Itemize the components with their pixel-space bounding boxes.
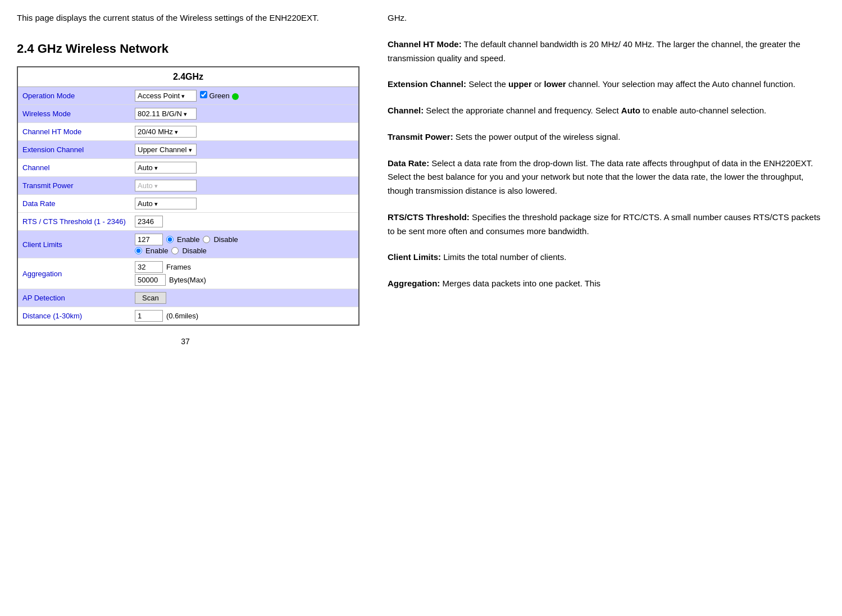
row-label: AP Detection bbox=[18, 289, 130, 307]
aggregation-cell: 32Frames50000Bytes(Max) bbox=[135, 261, 354, 286]
term-aggregation: Aggregation: bbox=[388, 279, 440, 288]
para-channel: Channel: Select the approriate channel a… bbox=[388, 104, 825, 118]
client-enable-radio[interactable] bbox=[166, 236, 174, 243]
green-checkbox[interactable] bbox=[200, 91, 207, 98]
client-limits-cell: 127EnableDisableEnableDisable bbox=[135, 234, 354, 255]
bytes-label: Bytes(Max) bbox=[169, 276, 206, 284]
enable-label2: Enable bbox=[145, 247, 168, 255]
row-label: Aggregation bbox=[18, 258, 130, 289]
distance-input[interactable]: 1 bbox=[135, 310, 163, 322]
para-channel_ht_mode: Channel HT Mode: The default channel ban… bbox=[388, 38, 825, 66]
term-channel: Channel: bbox=[388, 106, 424, 115]
row-value: Upper Channel bbox=[130, 141, 358, 159]
settings-table: Operation ModeAccess Point GreenWireless… bbox=[18, 87, 358, 325]
row-value: 2346 bbox=[130, 213, 358, 231]
table-row: Distance (1-30km)1(0.6miles) bbox=[18, 307, 358, 325]
para-aggregation: Aggregation: Merges data packets into on… bbox=[388, 277, 825, 291]
para-data_rate: Data Rate: Select a data rate from the d… bbox=[388, 157, 825, 198]
row-value: 32Frames50000Bytes(Max) bbox=[130, 258, 358, 289]
row-value: Scan bbox=[130, 289, 358, 307]
para-rts_cts: RTS/CTS Threshold: Specifies the thresho… bbox=[388, 211, 825, 239]
bold-auto: Auto bbox=[621, 106, 640, 115]
row-label: Client Limits bbox=[18, 231, 130, 258]
disable-label2: Disable bbox=[182, 247, 206, 255]
table-row: Channel HT Mode20/40 MHz bbox=[18, 123, 358, 141]
row-input[interactable]: 2346 bbox=[135, 216, 163, 227]
disable-label: Disable bbox=[213, 235, 238, 244]
term-channel_ht_mode: Channel HT Mode: bbox=[388, 39, 462, 49]
agg-enable-radio[interactable] bbox=[135, 247, 142, 254]
right-content: GHz.Channel HT Mode: The default channel… bbox=[388, 11, 825, 291]
row-select[interactable]: Upper Channel bbox=[135, 144, 197, 156]
row-select[interactable]: Auto bbox=[135, 162, 197, 174]
section-title: 2.4 GHz Wireless Network bbox=[17, 42, 354, 56]
term-extension-channel: Extension Channel: bbox=[388, 79, 466, 89]
table-row: Transmit PowerAuto bbox=[18, 177, 358, 195]
table-row: AP DetectionScan bbox=[18, 289, 358, 307]
table-row: Extension ChannelUpper Channel bbox=[18, 141, 358, 159]
table-row: Operation ModeAccess Point Green bbox=[18, 87, 358, 105]
bold-lower: lower bbox=[544, 79, 566, 89]
row-select-disabled[interactable]: Auto bbox=[135, 180, 197, 191]
left-column: This page displays the current status of… bbox=[0, 0, 371, 616]
row-label: Channel HT Mode bbox=[18, 123, 130, 141]
table-header: 2.4GHz bbox=[18, 67, 358, 87]
term-transmit_power: Transmit Power: bbox=[388, 132, 453, 142]
row-label: Channel bbox=[18, 159, 130, 177]
wireless-table-wrapper: 2.4GHz Operation ModeAccess Point GreenW… bbox=[17, 66, 359, 326]
bold-upper: upper bbox=[508, 79, 532, 89]
row-label: Distance (1-30km) bbox=[18, 307, 130, 325]
right-column: GHz.Channel HT Mode: The default channel… bbox=[371, 0, 842, 616]
table-row: Client Limits127EnableDisableEnableDisab… bbox=[18, 231, 358, 258]
row-value: Auto bbox=[130, 159, 358, 177]
para-ghz: GHz. bbox=[388, 11, 825, 25]
row-select[interactable]: 20/40 MHz bbox=[135, 126, 197, 138]
frames-label: Frames bbox=[166, 263, 191, 271]
intro-text: This page displays the current status of… bbox=[17, 11, 354, 25]
frames-input[interactable]: 32 bbox=[135, 261, 163, 273]
operation-mode-select[interactable]: Access Point bbox=[135, 90, 197, 102]
term-data_rate: Data Rate: bbox=[388, 158, 429, 168]
para-client_limits: Client Limits: Limits the total number o… bbox=[388, 250, 825, 264]
row-label: Wireless Mode bbox=[18, 105, 130, 123]
row-label: Transmit Power bbox=[18, 177, 130, 195]
row-value: Auto bbox=[130, 195, 358, 213]
green-label: Green bbox=[207, 92, 230, 100]
para-transmit_power: Transmit Power: Sets the power output of… bbox=[388, 130, 825, 144]
row-select[interactable]: Auto bbox=[135, 198, 197, 209]
distance-miles: (0.6miles) bbox=[166, 312, 198, 320]
row-label: Data Rate bbox=[18, 195, 130, 213]
term-rts_cts: RTS/CTS Threshold: bbox=[388, 212, 470, 222]
scan-button[interactable]: Scan bbox=[135, 292, 166, 304]
page-number: 37 bbox=[17, 337, 354, 346]
row-value: 20/40 MHz bbox=[130, 123, 358, 141]
table-row: ChannelAuto bbox=[18, 159, 358, 177]
row-value: Access Point Green bbox=[130, 87, 358, 105]
table-row: Aggregation32Frames50000Bytes(Max) bbox=[18, 258, 358, 289]
enable-label: Enable bbox=[177, 235, 199, 244]
client-disable-radio[interactable] bbox=[203, 236, 210, 243]
bytes-input[interactable]: 50000 bbox=[135, 274, 166, 286]
table-row: Data RateAuto bbox=[18, 195, 358, 213]
row-select[interactable]: 802.11 B/G/N bbox=[135, 108, 197, 120]
row-value: 1(0.6miles) bbox=[130, 307, 358, 325]
row-label: RTS / CTS Threshold (1 - 2346) bbox=[18, 213, 130, 231]
term-client_limits: Client Limits: bbox=[388, 252, 441, 262]
row-value: 127EnableDisableEnableDisable bbox=[130, 231, 358, 258]
client-limit-input[interactable]: 127 bbox=[135, 234, 163, 245]
para-extension_channel: Extension Channel: Select the upper or l… bbox=[388, 77, 825, 92]
table-row: RTS / CTS Threshold (1 - 2346)2346 bbox=[18, 213, 358, 231]
row-label: Operation Mode bbox=[18, 87, 130, 105]
green-dot-icon bbox=[232, 93, 239, 100]
row-value: 802.11 B/G/N bbox=[130, 105, 358, 123]
table-row: Wireless Mode802.11 B/G/N bbox=[18, 105, 358, 123]
row-value: Auto bbox=[130, 177, 358, 195]
row-label: Extension Channel bbox=[18, 141, 130, 159]
agg-disable-radio[interactable] bbox=[171, 247, 179, 254]
